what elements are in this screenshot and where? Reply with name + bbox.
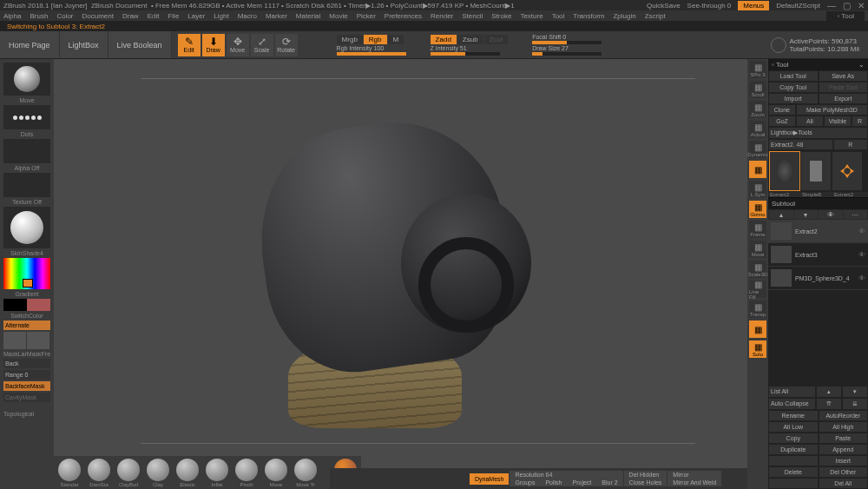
- rotate-button[interactable]: ⟳Rotate: [275, 34, 298, 56]
- brush-shelf-item[interactable]: Clay: [144, 459, 172, 487]
- menu-stroke[interactable]: Stroke: [491, 12, 511, 20]
- mirror-button[interactable]: Mirror: [667, 471, 721, 479]
- rail-button[interactable]: ▦Scroll: [749, 81, 766, 98]
- quicksave-button[interactable]: QuickSave: [647, 2, 681, 10]
- move-button[interactable]: ✥Move: [227, 34, 249, 56]
- dynamesh-button[interactable]: DynaMesh: [470, 473, 509, 485]
- minimize-icon[interactable]: —: [827, 1, 836, 10]
- tool-thumb[interactable]: [770, 152, 799, 190]
- rail-button[interactable]: ▦Line Fill: [749, 281, 766, 298]
- maximize-icon[interactable]: ▢: [843, 1, 851, 10]
- tool-grid-button[interactable]: All Low: [768, 421, 819, 433]
- load-tool-button[interactable]: Load Tool: [768, 70, 819, 82]
- rail-button[interactable]: ▦L.Sym: [749, 181, 766, 198]
- edit-button[interactable]: ✎Edit: [178, 34, 201, 56]
- menu-tool[interactable]: Tool: [552, 12, 565, 20]
- del-hidden-button[interactable]: Del Hidden: [624, 471, 667, 479]
- subtool-header[interactable]: Subtool: [768, 198, 868, 209]
- panel-collapse-icon[interactable]: ⌄: [858, 61, 865, 69]
- menu-draw[interactable]: Draw: [122, 12, 139, 20]
- backfacemask-button[interactable]: BackfaceMask: [3, 381, 50, 391]
- tab-boolean[interactable]: Live Boolean: [108, 31, 172, 58]
- brush-shelf-item[interactable]: Standar: [56, 459, 83, 487]
- focal-shift-slider[interactable]: Focal Shift 0: [532, 34, 602, 40]
- z-intensity-slider[interactable]: Z Intensity 51: [431, 45, 509, 51]
- goz-r-button[interactable]: R: [852, 116, 868, 127]
- rail-button[interactable]: ▦Actual: [749, 121, 766, 138]
- mrgb-button[interactable]: Mrgb: [337, 35, 363, 44]
- rail-button[interactable]: ▦Transp: [749, 301, 766, 318]
- draw-size-slider[interactable]: Draw Size 27: [532, 45, 602, 51]
- zadd-button[interactable]: Zadd: [431, 35, 457, 44]
- move-up-icon[interactable]: ⇈: [816, 398, 842, 410]
- color-picker[interactable]: [3, 258, 50, 289]
- canvas-viewport[interactable]: [54, 59, 747, 489]
- move-down-icon[interactable]: ⇊: [842, 398, 868, 410]
- polish-button[interactable]: Polish: [540, 479, 567, 486]
- menu-file[interactable]: File: [168, 12, 179, 20]
- copy-tool-button[interactable]: Copy Tool: [768, 82, 819, 93]
- zsub-button[interactable]: Zsub: [457, 35, 483, 44]
- zcut-button[interactable]: Zcut: [484, 35, 509, 44]
- menu-document[interactable]: Document: [82, 12, 114, 20]
- tool-palette-tab[interactable]: ◦ Tool: [826, 11, 865, 21]
- goz-button[interactable]: GoZ: [768, 116, 796, 127]
- menu-texture[interactable]: Texture: [520, 12, 542, 20]
- menu-alpha[interactable]: Alpha: [3, 12, 21, 20]
- tool-grid-button[interactable]: Copy: [768, 433, 819, 444]
- tool-grid-button[interactable]: Append: [819, 444, 869, 455]
- rail-button[interactable]: ▦Frame: [749, 221, 766, 238]
- tool-thumb[interactable]: [801, 152, 831, 190]
- menus-button[interactable]: Menus: [738, 1, 769, 10]
- switchcolor-label[interactable]: SwitchColor: [3, 313, 50, 319]
- rail-button[interactable]: ▦Scale3D: [749, 261, 766, 278]
- rail-button[interactable]: ▦: [749, 161, 766, 178]
- rgb-button[interactable]: Rgb: [364, 35, 387, 44]
- export-button[interactable]: Export: [819, 93, 869, 104]
- mask-large[interactable]: [3, 332, 26, 349]
- brush-preview[interactable]: [3, 63, 50, 96]
- blur-button[interactable]: Blur 2: [596, 479, 622, 486]
- menu-light[interactable]: Light: [214, 12, 228, 20]
- menu-picker[interactable]: Picker: [357, 12, 376, 20]
- lightbox-tools-button[interactable]: Lightbox▶Tools: [768, 127, 868, 139]
- brush-shelf-item[interactable]: Move Tr: [292, 459, 319, 487]
- project-button[interactable]: Project: [568, 479, 597, 486]
- topological-label[interactable]: Topological: [3, 411, 50, 417]
- tool-grid-button[interactable]: Del All: [819, 478, 869, 489]
- cavitymask-button[interactable]: CavityMask: [3, 393, 50, 402]
- menu-layer[interactable]: Layer: [187, 12, 205, 20]
- rail-button[interactable]: ▦Move: [749, 241, 766, 258]
- rail-button[interactable]: ▦Dynamic: [749, 141, 766, 158]
- seethrough-slider[interactable]: See-through 0: [687, 2, 732, 10]
- subtool-down-icon[interactable]: ▾: [794, 210, 819, 219]
- tool-grid-button[interactable]: Delete: [768, 466, 819, 478]
- menu-material[interactable]: Material: [296, 12, 320, 20]
- eye-icon[interactable]: 👁: [858, 251, 865, 259]
- make-polymesh-button[interactable]: Make PolyMesh3D: [796, 104, 868, 116]
- switch-color[interactable]: [3, 299, 50, 311]
- menu-color[interactable]: Color: [56, 12, 73, 20]
- menu-movie[interactable]: Movie: [329, 12, 347, 20]
- subtool-eye-icon[interactable]: 👁: [819, 210, 843, 219]
- goz-visible-button[interactable]: Visible: [824, 116, 852, 127]
- draw-button[interactable]: ⬇Draw: [202, 34, 225, 56]
- menu-zscript[interactable]: Zscript: [645, 12, 666, 20]
- close-icon[interactable]: ✕: [858, 1, 865, 10]
- brush-shelf-item[interactable]: Move: [262, 459, 290, 487]
- rgb-intensity-slider[interactable]: Rgb Intensity 100: [337, 45, 406, 51]
- rail-button[interactable]: ▦: [749, 320, 766, 338]
- menu-edit[interactable]: Edit: [148, 12, 160, 20]
- save-as-button[interactable]: Save As: [819, 70, 869, 82]
- gradient-label[interactable]: Gradient: [3, 291, 50, 297]
- menu-zplugin[interactable]: Zplugin: [613, 12, 635, 20]
- tool-grid-button[interactable]: Insert: [819, 455, 869, 466]
- brush-shelf-item[interactable]: ClayBuil: [115, 459, 142, 487]
- tool-grid-button[interactable]: Paste: [819, 433, 869, 444]
- r-button[interactable]: R: [833, 139, 868, 150]
- stroke-preview[interactable]: [3, 105, 50, 129]
- eye-icon[interactable]: 👁: [858, 274, 865, 282]
- material-preview[interactable]: [3, 207, 50, 248]
- paste-tool-button[interactable]: Paste Tool: [819, 82, 869, 93]
- import-button[interactable]: Import: [768, 93, 819, 104]
